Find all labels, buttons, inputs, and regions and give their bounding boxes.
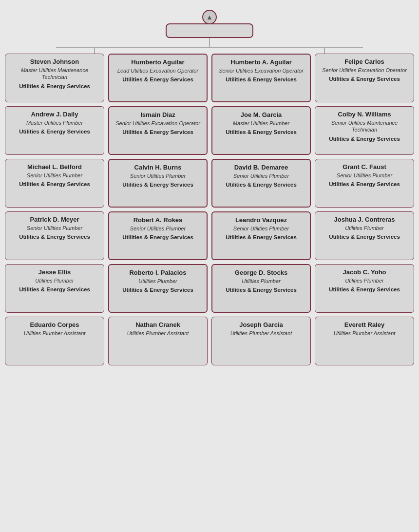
- person-dept: Utilities & Energy Services: [217, 129, 305, 136]
- card-5-1[interactable]: Jesse EllisUtilities PlumberUtilities & …: [5, 264, 104, 313]
- card-6-2[interactable]: Nathan CranekUtilities Plumber Assistant: [108, 317, 208, 365]
- person-title: Utilities Plumber: [217, 278, 305, 285]
- card-2-1[interactable]: Andrew J. DailyMaster Utilities PlumberU…: [5, 106, 104, 155]
- person-title: Lead Utilities Excavation Operator: [114, 67, 202, 74]
- person-title: Senior Utilities Plumber: [114, 172, 202, 179]
- org-chart: ▲ Steven JohnsonMaster Utilities Mainten…: [5, 10, 414, 365]
- person-dept: Utilities & Energy Services: [114, 286, 202, 294]
- person-name: Joseph Garcia: [217, 321, 305, 328]
- grid-row-1: Steven JohnsonMaster Utilities Maintenan…: [5, 54, 414, 102]
- person-name: Steven Johnson: [10, 58, 99, 65]
- person-title: Utilities Plumber: [320, 225, 409, 231]
- person-name: David B. Demaree: [217, 164, 305, 171]
- top-card[interactable]: [166, 23, 253, 38]
- card-3-3[interactable]: David B. DemareeSenior Utilities Plumber…: [211, 159, 311, 208]
- person-dept: Utilities & Energy Services: [320, 181, 409, 188]
- person-name: Nathan Cranek: [114, 321, 202, 328]
- person-name: Andrew J. Daily: [10, 111, 99, 118]
- person-name: Joe M. Garcia: [217, 111, 305, 118]
- person-dept: Utilities & Energy Services: [217, 234, 305, 241]
- person-dept: Utilities & Energy Services: [320, 76, 409, 83]
- person-title: Utilities Plumber: [320, 277, 409, 284]
- top-node-container: ▲: [166, 10, 253, 38]
- drop1: [94, 48, 95, 54]
- card-1-1[interactable]: Steven JohnsonMaster Utilities Maintenan…: [5, 54, 104, 102]
- person-dept: Utilities & Energy Services: [10, 83, 99, 90]
- person-title: Utilities Plumber Assistant: [320, 330, 409, 337]
- person-title: Utilities Plumber: [114, 278, 202, 285]
- card-5-3[interactable]: George D. StocksUtilities PlumberUtiliti…: [211, 264, 311, 313]
- person-title: Utilities Plumber Assistant: [114, 330, 202, 337]
- person-dept: Utilities & Energy Services: [10, 128, 99, 135]
- person-title: Senior Utilities Plumber: [10, 172, 99, 179]
- card-4-4[interactable]: Joshua J. ContrerasUtilities PlumberUtil…: [315, 211, 414, 260]
- person-name: Leandro Vazquez: [217, 216, 305, 224]
- person-name: Humberto A. Aguilar: [217, 58, 305, 66]
- person-name: Jacob C. Yoho: [320, 268, 409, 276]
- person-dept: Utilities & Energy Services: [217, 76, 305, 83]
- person-title: Senior Utilities Maintenance Technician: [320, 119, 409, 133]
- person-title: Senior Utilities Excavation Operator: [320, 67, 409, 74]
- card-3-2[interactable]: Calvin H. BurnsSenior Utilities PlumberU…: [108, 159, 208, 208]
- person-name: Patrick D. Meyer: [10, 216, 99, 223]
- card-5-2[interactable]: Roberto I. PalaciosUtilities PlumberUtil…: [108, 264, 208, 313]
- person-name: Felipe Carlos: [320, 58, 409, 65]
- drop4: [324, 48, 325, 54]
- person-title: Senior Utilities Excavation Operator: [217, 67, 305, 74]
- person-dept: Utilities & Energy Services: [320, 135, 409, 143]
- card-1-3[interactable]: Humberto A. AguilarSenior Utilities Exca…: [211, 54, 311, 102]
- grid-row-6: Eduardo CorpesUtilities Plumber Assistan…: [5, 317, 414, 365]
- grid-row-5: Jesse EllisUtilities PlumberUtilities & …: [5, 264, 414, 313]
- card-1-2[interactable]: Humberto AguilarLead Utilities Excavatio…: [108, 54, 208, 102]
- person-dept: Utilities & Energy Services: [10, 181, 99, 188]
- grid-row-2: Andrew J. DailyMaster Utilities PlumberU…: [5, 106, 414, 155]
- person-name: Robert A. Rokes: [114, 216, 202, 224]
- person-name: Grant C. Faust: [320, 163, 409, 171]
- person-title: Senior Utilities Plumber: [114, 225, 202, 232]
- person-name: Jesse Ellis: [10, 268, 99, 276]
- person-title: Master Utilities Plumber: [10, 119, 99, 126]
- card-3-4[interactable]: Grant C. FaustSenior Utilities PlumberUt…: [315, 159, 414, 208]
- person-dept: Utilities & Energy Services: [320, 233, 409, 241]
- person-name: Michael L. Belford: [10, 163, 99, 171]
- card-2-2[interactable]: Ismain DiazSenior Utilities Excavation O…: [108, 106, 208, 155]
- grid-row-4: Patrick D. MeyerSenior Utilities Plumber…: [5, 211, 414, 260]
- person-dept: Utilities & Energy Services: [10, 233, 99, 241]
- person-name: Everett Raley: [320, 321, 409, 328]
- card-6-4[interactable]: Everett RaleyUtilities Plumber Assistant: [315, 317, 414, 365]
- person-dept: Utilities & Energy Services: [114, 181, 202, 189]
- card-5-4[interactable]: Jacob C. YohoUtilities PlumberUtilities …: [315, 264, 414, 313]
- person-dept: Utilities & Energy Services: [114, 129, 202, 136]
- person-dept: Utilities & Energy Services: [217, 181, 305, 189]
- card-4-3[interactable]: Leandro VazquezSenior Utilities PlumberU…: [211, 211, 311, 260]
- person-title: Senior Utilities Plumber: [320, 172, 409, 179]
- grid-row-3: Michael L. BelfordSenior Utilities Plumb…: [5, 159, 414, 208]
- person-title: Senior Utilities Plumber: [217, 172, 305, 179]
- card-3-1[interactable]: Michael L. BelfordSenior Utilities Plumb…: [5, 159, 104, 208]
- top-avatar: ▲: [202, 10, 217, 24]
- card-2-3[interactable]: Joe M. GarciaMaster Utilities PlumberUti…: [211, 106, 311, 155]
- card-4-2[interactable]: Robert A. RokesSenior Utilities PlumberU…: [108, 211, 208, 260]
- person-dept: Utilities & Energy Services: [114, 234, 202, 241]
- card-6-1[interactable]: Eduardo CorpesUtilities Plumber Assistan…: [5, 317, 104, 365]
- rows-container: Steven JohnsonMaster Utilities Maintenan…: [5, 54, 414, 365]
- connector-drops: [56, 48, 363, 54]
- person-name: Roberto I. Palacios: [114, 269, 202, 276]
- person-title: Senior Utilities Plumber: [10, 225, 99, 231]
- person-name: Calvin H. Burns: [114, 164, 202, 171]
- person-dept: Utilities & Energy Services: [320, 286, 409, 293]
- person-title: Senior Utilities Plumber: [217, 225, 305, 232]
- person-title: Utilities Plumber Assistant: [217, 330, 305, 337]
- person-name: Eduardo Corpes: [10, 321, 99, 328]
- card-1-4[interactable]: Felipe CarlosSenior Utilities Excavation…: [315, 54, 414, 102]
- card-2-4[interactable]: Colby N. WilliamsSenior Utilities Mainte…: [315, 106, 414, 155]
- person-title: Master Utilities Plumber: [217, 120, 305, 127]
- person-name: Humberto Aguilar: [114, 58, 202, 66]
- person-name: Joshua J. Contreras: [320, 216, 409, 223]
- card-4-1[interactable]: Patrick D. MeyerSenior Utilities Plumber…: [5, 211, 104, 260]
- person-title: Utilities Plumber: [10, 277, 99, 284]
- person-dept: Utilities & Energy Services: [217, 286, 305, 294]
- card-6-3[interactable]: Joseph GarciaUtilities Plumber Assistant: [211, 317, 311, 365]
- person-title: Master Utilities Maintenance Technician: [10, 67, 99, 81]
- person-name: Colby N. Williams: [320, 111, 409, 118]
